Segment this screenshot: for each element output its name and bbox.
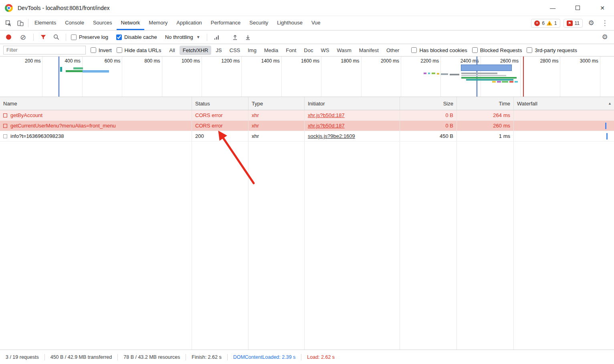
table-header: NameStatusTypeInitiatorSizeTimeWaterfall…	[0, 97, 614, 110]
request-waterfall-cell	[514, 121, 614, 131]
column-header-initiator[interactable]: Initiator	[305, 97, 400, 110]
throttling-select[interactable]: No throttling ▼	[164, 33, 202, 41]
hide-data-urls-checkbox[interactable]: Hide data URLs	[117, 47, 162, 53]
filter-type-font[interactable]: Font	[283, 46, 299, 55]
preserve-log-input[interactable]	[71, 34, 77, 40]
tab-console[interactable]: Console	[61, 16, 89, 30]
timeline-bar	[497, 81, 501, 83]
request-name: info?t=1636963098238	[10, 133, 64, 139]
minimize-button[interactable]: —	[549, 4, 556, 12]
request-name-cell[interactable]: info?t=1636963098238	[0, 131, 192, 141]
third-party-requests-label: 3rd-party requests	[535, 47, 577, 53]
blocked-requests-label: Blocked Requests	[480, 47, 522, 53]
third-party-requests-checkbox[interactable]: 3rd-party requests	[527, 47, 577, 53]
extension-badge-icon: ⚑	[567, 20, 573, 26]
filter-input[interactable]	[3, 46, 86, 55]
console-issues-badge[interactable]: ✕ 6 ! 1	[531, 19, 560, 28]
divider	[207, 34, 207, 41]
upload-icon	[232, 34, 238, 40]
column-header-waterfall[interactable]: Waterfall▲	[514, 97, 614, 110]
network-request-row[interactable]: getByAccountCORS errorxhrxhr.js?b50d:187…	[0, 110, 614, 121]
filter-type-other[interactable]: Other	[383, 46, 403, 55]
clear-button[interactable]: ⊘	[20, 34, 26, 41]
extension-badge[interactable]: ⚑ 11	[564, 19, 583, 28]
third-party-requests-input[interactable]	[527, 47, 532, 53]
tab-network[interactable]: Network	[117, 16, 145, 30]
search-button[interactable]	[51, 34, 61, 40]
timeline-bar	[515, 81, 518, 83]
filter-type-js[interactable]: JS	[212, 46, 225, 55]
blocked-requests-input[interactable]	[472, 47, 478, 53]
tab-performance[interactable]: Performance	[206, 16, 245, 30]
request-initiator-cell: xhr.js?b50d:187	[305, 121, 400, 131]
network-request-row[interactable]: getCurrentUserMenu?menuAlias=front_menuC…	[0, 121, 614, 131]
request-name-cell[interactable]: getCurrentUserMenu?menuAlias=front_menu	[0, 121, 192, 131]
request-time-cell: 260 ms	[457, 121, 514, 131]
request-status-cell: CORS error	[192, 110, 248, 120]
maximize-button[interactable]	[574, 4, 581, 12]
device-toolbar-button[interactable]	[14, 16, 26, 30]
tab-application[interactable]: Application	[172, 16, 206, 30]
more-options-button[interactable]: ⋮	[600, 19, 610, 27]
filter-type-ws[interactable]: WS	[317, 46, 332, 55]
close-button[interactable]: ✕	[599, 4, 606, 12]
disable-cache-checkbox[interactable]: Disable cache	[116, 34, 157, 40]
resource-type-filters: AllFetch/XHRJSCSSImgMediaFontDocWSWasmMa…	[166, 46, 402, 55]
column-header-name[interactable]: Name	[0, 97, 192, 110]
filter-type-img[interactable]: Img	[244, 46, 260, 55]
filter-row: Invert Hide data URLs AllFetch/XHRJSCSSI…	[0, 44, 614, 57]
filter-type-css[interactable]: CSS	[226, 46, 244, 55]
invert-checkbox[interactable]: Invert	[91, 47, 112, 53]
tab-lighthouse[interactable]: Lighthouse	[273, 16, 307, 30]
timeline-selection	[461, 65, 512, 71]
tab-vue[interactable]: Vue	[307, 16, 325, 30]
network-conditions-button[interactable]	[212, 34, 222, 40]
column-filler	[514, 142, 614, 350]
initiator-link[interactable]: xhr.js?b50d:187	[308, 112, 345, 118]
column-header-label: Size	[443, 101, 453, 107]
tab-elements[interactable]: Elements	[30, 16, 61, 30]
requests-list: getByAccountCORS errorxhrxhr.js?b50d:187…	[0, 110, 614, 142]
request-waterfall-cell	[514, 131, 614, 141]
initiator-link[interactable]: xhr.js?b50d:187	[308, 123, 345, 129]
filter-type-fetch-xhr[interactable]: Fetch/XHR	[180, 46, 212, 55]
filter-type-media[interactable]: Media	[261, 46, 281, 55]
tab-memory[interactable]: Memory	[144, 16, 172, 30]
filter-toggle-button[interactable]	[38, 34, 48, 40]
filter-type-wasm[interactable]: Wasm	[333, 46, 354, 55]
settings-button[interactable]: ⚙	[586, 19, 596, 27]
filter-type-all[interactable]: All	[166, 46, 178, 55]
tab-sources[interactable]: Sources	[89, 16, 117, 30]
import-har-button[interactable]	[230, 34, 240, 40]
network-settings-button[interactable]: ⚙	[600, 33, 610, 41]
column-header-status[interactable]: Status	[192, 97, 248, 110]
has-blocked-cookies-checkbox[interactable]: Has blocked cookies	[411, 47, 467, 53]
filter-type-manifest[interactable]: Manifest	[356, 46, 382, 55]
export-har-button[interactable]	[243, 34, 253, 40]
preserve-log-checkbox[interactable]: Preserve log	[71, 34, 108, 40]
network-request-row[interactable]: info?t=1636963098238200xhrsockjs.js?9be2…	[0, 131, 614, 142]
disable-cache-label: Disable cache	[124, 34, 157, 40]
timeline-bar	[66, 70, 85, 72]
invert-input[interactable]	[91, 47, 96, 53]
initiator-link[interactable]: sockjs.js?9be2:1609	[308, 133, 355, 139]
request-type-icon	[3, 113, 7, 117]
request-name-cell[interactable]: getByAccount	[0, 110, 192, 120]
disable-cache-input[interactable]	[116, 34, 122, 40]
tab-security[interactable]: Security	[245, 16, 273, 30]
blocked-requests-checkbox[interactable]: Blocked Requests	[472, 47, 522, 53]
column-filler	[305, 142, 400, 350]
inspect-element-button[interactable]	[2, 16, 14, 30]
filter-type-doc[interactable]: Doc	[301, 46, 316, 55]
chrome-logo-icon	[5, 4, 13, 12]
record-button[interactable]	[6, 34, 11, 40]
request-size-cell: 0 B	[400, 110, 457, 120]
column-header-time[interactable]: Time	[457, 97, 514, 110]
network-overview[interactable]: 200 ms400 ms600 ms800 ms1000 ms1200 ms14…	[0, 57, 614, 97]
request-status-cell: 200	[192, 131, 248, 141]
titlebar: DevTools - localhost:8081/front/index — …	[0, 0, 614, 16]
column-header-type[interactable]: Type	[248, 97, 305, 110]
column-header-size[interactable]: Size	[400, 97, 457, 110]
hide-data-urls-input[interactable]	[117, 47, 122, 53]
has-blocked-cookies-input[interactable]	[411, 47, 417, 53]
